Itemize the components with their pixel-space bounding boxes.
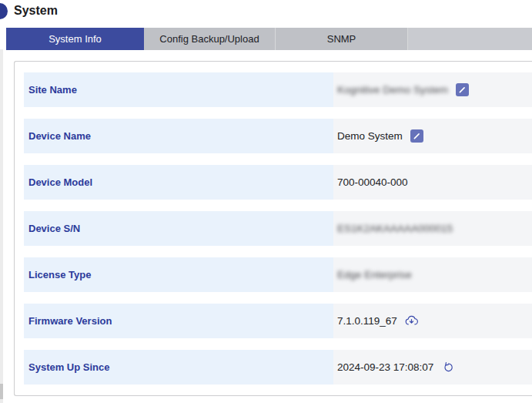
- edit-pencil-icon: [413, 132, 421, 140]
- left-scrollbar-track: [0, 49, 3, 403]
- partial-circle-icon: [0, 3, 8, 19]
- edit-site-name-button[interactable]: [456, 83, 469, 96]
- restore-icon: [442, 361, 455, 374]
- restore-uptime-button[interactable]: [440, 360, 456, 375]
- firmware-download-button[interactable]: [404, 314, 420, 329]
- row-device-name: Device Name Demo System: [24, 119, 532, 153]
- row-label: System Up Since: [24, 350, 333, 385]
- row-firmware-version: Firmware Version 7.1.0.119_67: [24, 304, 532, 338]
- row-device-model: Device Model 700-00040-000: [24, 165, 532, 200]
- row-label: Device Model: [24, 165, 333, 200]
- tab-bar-filler: [408, 28, 532, 50]
- row-label: Device S/N: [24, 211, 333, 246]
- edit-pencil-icon: [458, 86, 467, 94]
- row-value-cell: 700-00040-000: [333, 165, 532, 200]
- edit-device-name-button[interactable]: [410, 129, 423, 143]
- row-label: License Type: [24, 257, 333, 292]
- row-license-type: License Type Edge Enterprise: [24, 257, 532, 292]
- row-value-cell: ES1K2AKAAAAA000015: [333, 211, 532, 246]
- row-value-cell: Demo System: [333, 119, 532, 153]
- row-value: 700-00040-000: [337, 176, 408, 188]
- row-value-cell: Kognitive Demo System: [333, 72, 532, 107]
- system-page: System System Info Config Backup/Upload …: [0, 0, 532, 403]
- row-system-up-since: System Up Since 2024-09-23 17:08:07: [24, 350, 532, 385]
- tab-snmp[interactable]: SNMP: [276, 28, 408, 50]
- system-info-panel: Site Name Kognitive Demo System Device N…: [14, 61, 532, 396]
- tab-config-backup-upload[interactable]: Config Backup/Upload: [144, 28, 276, 50]
- row-label: Device Name: [24, 119, 333, 153]
- row-value: Demo System: [337, 130, 403, 142]
- row-value-cell: 2024-09-23 17:08:07: [333, 350, 532, 385]
- tab-system-info[interactable]: System Info: [6, 28, 144, 50]
- cloud-download-icon: [404, 314, 419, 328]
- row-site-name: Site Name Kognitive Demo System: [24, 72, 532, 107]
- row-value: Kognitive Demo System: [337, 84, 448, 96]
- row-value-cell: Edge Enterprise: [333, 257, 532, 292]
- row-value: 2024-09-23 17:08:07: [337, 361, 433, 373]
- row-label: Site Name: [24, 72, 333, 107]
- row-device-sn: Device S/N ES1K2AKAAAAA000015: [24, 211, 532, 246]
- row-label: Firmware Version: [24, 304, 333, 338]
- row-value: 7.1.0.119_67: [337, 315, 397, 327]
- row-value: ES1K2AKAAAAA000015: [337, 223, 453, 234]
- row-value-cell: 7.1.0.119_67: [333, 304, 532, 338]
- page-title: System: [14, 4, 58, 18]
- left-scrollbar-thumb[interactable]: [0, 384, 3, 399]
- tab-bar: System Info Config Backup/Upload SNMP: [6, 28, 532, 50]
- row-value: Edge Enterprise: [337, 269, 412, 280]
